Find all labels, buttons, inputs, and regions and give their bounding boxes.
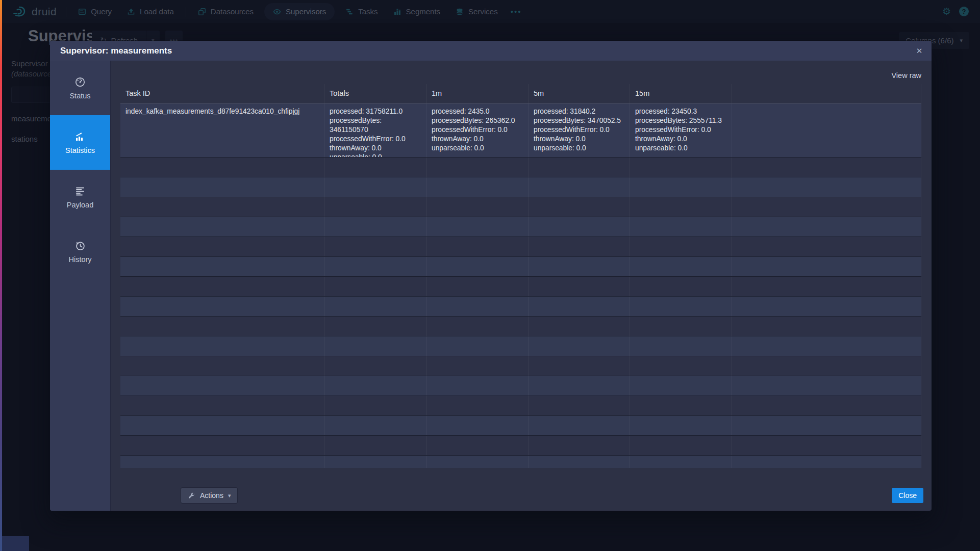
table-row: [120, 276, 921, 296]
empty-cell: [529, 237, 630, 256]
table-row: [120, 237, 921, 256]
empty-cell: [732, 376, 921, 396]
statistics-table: Task ID Totals 1m 5m 15m index_kafka_mea…: [120, 84, 921, 468]
empty-cell: [426, 217, 529, 237]
wrench-icon: [188, 492, 195, 500]
empty-cell: [426, 376, 529, 396]
empty-cell: [732, 257, 921, 276]
column-header-15m[interactable]: 15m: [630, 84, 732, 103]
empty-cell: [426, 197, 529, 217]
close-icon[interactable]: ✕: [911, 43, 927, 59]
empty-cell: [120, 297, 324, 316]
empty-cell: [732, 396, 921, 415]
empty-cell: [426, 257, 529, 276]
actions-button[interactable]: Actions ▾: [181, 488, 237, 503]
empty-cell: [529, 376, 630, 396]
table-row: [120, 157, 921, 177]
empty-cell: [529, 177, 630, 197]
supervisor-dialog: Supervisor: measurements ✕ Status: [50, 41, 932, 511]
dialog-body: Status Statistics: [50, 61, 932, 511]
empty-cell: [426, 356, 529, 376]
empty-cell: [529, 356, 630, 376]
empty-cell: [324, 297, 426, 316]
actions-label: Actions: [200, 491, 223, 500]
empty-cell: [426, 158, 529, 177]
dialog-title: Supervisor: measurements: [60, 46, 911, 56]
statistics-chart-icon: [74, 131, 86, 142]
empty-cell: [529, 197, 630, 217]
column-header-empty: [732, 84, 921, 103]
status-gauge-icon: [74, 76, 86, 88]
table-row[interactable]: index_kafka_measurements_d87fe91423ca010…: [120, 103, 921, 157]
stats-5m-cell: processed: 31840.2 processedBytes: 34700…: [529, 103, 630, 157]
empty-cell: [120, 237, 324, 256]
empty-cell: [426, 297, 529, 316]
empty-cell: [529, 456, 630, 468]
empty-cell: [529, 336, 630, 356]
table-row: [120, 316, 921, 336]
empty-cell: [120, 257, 324, 276]
empty-cell: [529, 277, 630, 296]
tab-payload[interactable]: Payload: [50, 170, 110, 224]
empty-cell: [120, 356, 324, 376]
tab-statistics[interactable]: Statistics: [50, 115, 110, 170]
dialog-header: Supervisor: measurements ✕: [50, 41, 932, 61]
empty-cell: [120, 277, 324, 296]
tab-history[interactable]: History: [50, 224, 110, 279]
empty-cell: [732, 356, 921, 376]
empty-cell: [324, 317, 426, 336]
empty-cell: [732, 277, 921, 296]
table-row: [120, 455, 921, 468]
empty-cell: [630, 456, 732, 468]
empty-cell: [426, 396, 529, 415]
screen: druid Query Load data Datasources: [0, 0, 980, 551]
empty-cell: [324, 277, 426, 296]
empty-cell: [732, 297, 921, 316]
empty-cell: [630, 356, 732, 376]
dialog-tabstrip: Status Statistics: [50, 61, 111, 511]
column-header-5m[interactable]: 5m: [529, 84, 630, 103]
column-header-task-id[interactable]: Task ID: [120, 84, 324, 103]
empty-cell: [732, 197, 921, 217]
empty-cell: [120, 336, 324, 356]
close-button[interactable]: Close: [892, 488, 923, 503]
view-raw-row: View raw: [120, 69, 921, 82]
view-raw-link[interactable]: View raw: [891, 71, 921, 80]
empty-cell: [732, 436, 921, 455]
empty-cell: [324, 237, 426, 256]
empty-cell: [120, 217, 324, 237]
totals-cell: processed: 31758211.0 processedBytes: 34…: [324, 103, 426, 157]
empty-cell: [324, 456, 426, 468]
tab-label: History: [68, 255, 91, 264]
empty-cell: [732, 317, 921, 336]
empty-cell: [630, 317, 732, 336]
tab-label: Statistics: [65, 146, 95, 154]
tab-status[interactable]: Status: [50, 61, 110, 115]
empty-cell: [120, 456, 324, 468]
empty-cell: [426, 177, 529, 197]
chevron-down-icon: ▾: [228, 492, 231, 499]
empty-cell: [324, 416, 426, 435]
column-header-totals[interactable]: Totals: [324, 84, 426, 103]
empty-cell: [630, 158, 732, 177]
task-id-cell: index_kafka_measurements_d87fe91423ca010…: [120, 103, 324, 157]
column-header-1m[interactable]: 1m: [426, 84, 529, 103]
empty-cell: [324, 158, 426, 177]
empty-cell: [324, 217, 426, 237]
empty-cell: [529, 436, 630, 455]
table-row: [120, 256, 921, 276]
dialog-main: View raw Task ID Totals 1m 5m 15m index_…: [111, 61, 932, 511]
empty-cell: [630, 277, 732, 296]
empty-cell: [630, 336, 732, 356]
history-clock-icon: [74, 240, 86, 251]
tab-label: Payload: [67, 201, 93, 209]
empty-cell: [630, 257, 732, 276]
empty-cell: [732, 103, 921, 157]
table-row: [120, 177, 921, 197]
empty-cell: [120, 317, 324, 336]
left-edge-gradient: [0, 0, 2, 551]
empty-cell: [529, 396, 630, 415]
empty-cell: [630, 436, 732, 455]
table-row: [120, 296, 921, 316]
empty-cell: [732, 158, 921, 177]
